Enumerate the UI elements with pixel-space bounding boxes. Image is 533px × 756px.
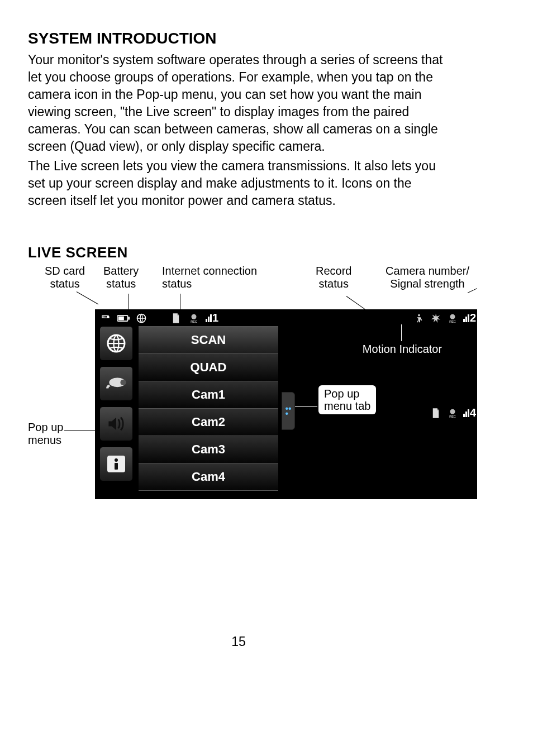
menu-item-cam1[interactable]: Cam1 [139, 381, 278, 409]
callout-internet-status: Internet connectionstatus [162, 265, 257, 290]
signal-q4: 4 [463, 405, 476, 420]
callout-battery-status: Batterystatus [103, 265, 139, 290]
menu-item-cam2[interactable]: Cam2 [139, 409, 278, 436]
svg-marker-6 [431, 314, 440, 323]
popup-menu-tab[interactable]: ••• [282, 392, 295, 430]
internet-icon [135, 312, 147, 324]
rec-icon-q1: REC [188, 312, 200, 324]
svg-point-14 [115, 458, 118, 462]
svg-rect-1 [128, 317, 130, 319]
popup-globe-button[interactable] [99, 326, 133, 361]
callout-camera-signal: Camera number/Signal strength [386, 265, 469, 290]
svg-text:REC: REC [449, 415, 455, 418]
intro-paragraph-2: The Live screen lets you view the camera… [28, 157, 449, 209]
monitor-screen: REC 1 REC 2 Motion Indicator [95, 309, 477, 499]
motion-icon [413, 312, 425, 324]
svg-point-13 [120, 380, 126, 386]
sd-card-icon [99, 312, 112, 324]
section-heading: SYSTEM INTRODUCTION [28, 28, 449, 49]
signal-q2: 2 [463, 310, 476, 326]
menu-item-scan[interactable]: SCAN [139, 326, 278, 354]
battery-icon [117, 312, 130, 324]
signal-q1: 1 [206, 310, 218, 326]
callout-popup-menus: Pop upmenus [28, 421, 63, 447]
popup-audio-button[interactable] [99, 406, 133, 441]
status-bar-q4: REC 4 [430, 405, 476, 420]
svg-rect-15 [115, 463, 118, 470]
callout-record-status: Recordstatus [316, 265, 351, 290]
page-number: 15 [28, 633, 449, 650]
svg-rect-2 [118, 316, 124, 320]
menu-item-cam3[interactable]: Cam3 [139, 436, 278, 463]
svg-point-9 [450, 409, 455, 414]
menu-item-quad[interactable]: QUAD [139, 354, 278, 381]
callout-popup-menu-tab: Pop upmenu tab [318, 385, 376, 414]
info-icon [107, 456, 125, 472]
status-bar-q2: REC 2 [413, 310, 476, 326]
popup-icon-column [99, 326, 133, 487]
intro-paragraph-1: Your monitor's system software operates … [28, 51, 449, 155]
popup-info-button[interactable] [99, 447, 133, 481]
live-screen-subheading: LIVE SCREEN [28, 243, 449, 262]
menu-tab-dots-icon: ••• [285, 406, 291, 417]
new-icon [430, 312, 442, 324]
popup-camera-button[interactable] [99, 366, 133, 401]
svg-text:REC: REC [449, 320, 455, 323]
callout-sd-card-status: SD cardstatus [45, 265, 85, 290]
rec-icon-q2: REC [446, 312, 459, 324]
record-doc-icon-q1 [170, 312, 182, 324]
menu-item-cam4[interactable]: Cam4 [139, 463, 278, 491]
live-screen-figure: SD cardstatus Batterystatus Internet con… [28, 265, 477, 510]
svg-point-7 [450, 314, 455, 319]
popup-menu-list: SCAN QUAD Cam1 Cam2 Cam3 Cam4 [139, 326, 278, 491]
rec-icon-q4: REC [446, 407, 459, 419]
status-bar-left: REC 1 [99, 310, 218, 326]
record-doc-icon-q4 [430, 407, 442, 419]
svg-point-4 [192, 314, 197, 319]
callout-motion-indicator: Motion Indicator [346, 342, 458, 357]
svg-text:REC: REC [191, 320, 197, 323]
